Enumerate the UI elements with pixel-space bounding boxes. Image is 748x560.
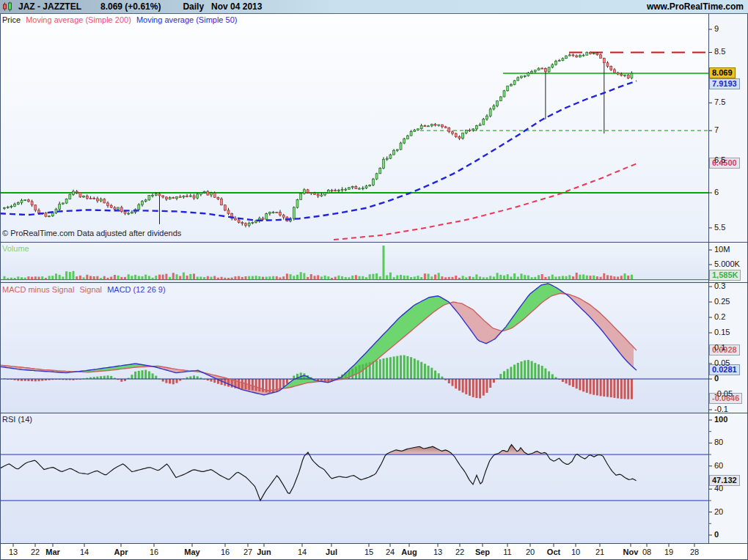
prorealtime-chart-window: JAZ - JAZZTEL 8.069 (+0.61%) Daily Nov 0… — [0, 0, 748, 560]
symbol-title: JAZ - JAZZTEL — [18, 1, 81, 12]
candlestick-icon — [2, 1, 14, 12]
website-label: www.ProRealTime.com — [647, 1, 744, 12]
session-date-label: Nov 04 2013 — [211, 1, 262, 12]
chart-canvas[interactable] — [0, 0, 748, 560]
timeframe-label: Daily — [183, 1, 204, 12]
last-quote: 8.069 (+0.61%) — [100, 1, 161, 12]
title-bar: JAZ - JAZZTEL 8.069 (+0.61%) Daily Nov 0… — [0, 0, 748, 14]
